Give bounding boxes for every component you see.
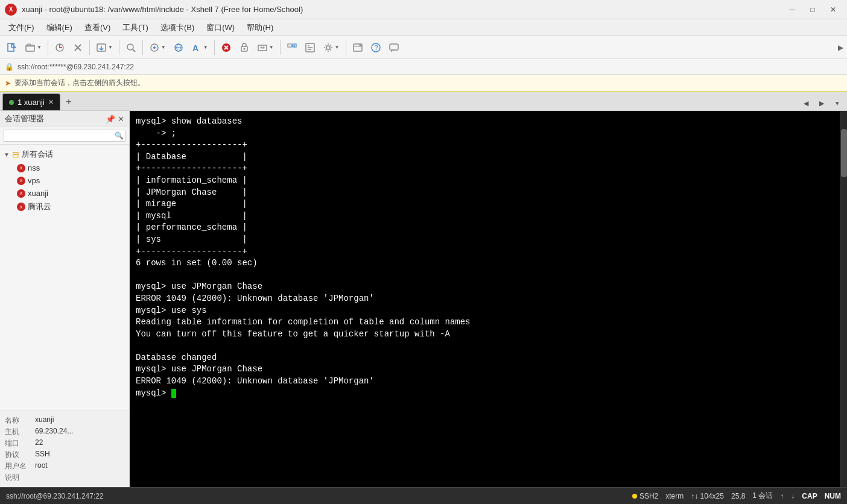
- info-label-username: 用户名: [5, 461, 35, 471]
- menu-tools[interactable]: 工具(T): [116, 20, 154, 36]
- hint-arrow-icon: ➤: [5, 79, 11, 87]
- tab-active-dot: [9, 100, 14, 105]
- status-ssh-address: ssh://root@69.230.241.247:22: [6, 492, 104, 500]
- lock-icon: 🔒: [5, 63, 14, 71]
- info-label-description: 说明: [5, 473, 35, 483]
- tab-label: 1 xuanji: [17, 98, 45, 107]
- content-area: 会话管理器 📌 ✕ 🔍 ▼ ⊟ 所有会话 X nss: [0, 111, 847, 487]
- app-icon: X: [5, 4, 17, 16]
- toolbar-new[interactable]: [4, 39, 21, 56]
- status-arrow-down: ↓: [791, 492, 795, 500]
- sidebar: 会话管理器 📌 ✕ 🔍 ▼ ⊟ 所有会话 X nss: [0, 111, 130, 487]
- nss-session-icon: X: [17, 164, 25, 172]
- minimize-button[interactable]: ─: [783, 2, 801, 17]
- status-cap: CAP: [802, 492, 817, 500]
- sidebar-pin-icon[interactable]: 📌: [106, 115, 115, 124]
- menu-edit[interactable]: 编辑(E): [40, 20, 78, 36]
- toolbar-transfer[interactable]: ▼: [93, 39, 116, 56]
- xuanji-session-icon: X: [17, 189, 25, 198]
- toolbar-help[interactable]: ?: [367, 39, 384, 56]
- info-label-port: 端口: [5, 438, 35, 449]
- toolbar-open[interactable]: ▼: [22, 39, 45, 56]
- status-ssh-dot: [632, 494, 637, 499]
- sidebar-tree: ▼ ⊟ 所有会话 X nss X vps X xuanji X: [0, 145, 129, 411]
- hint-text: 要添加当前会话，点击左侧的箭头按钮。: [14, 78, 145, 88]
- toolbar-sftp[interactable]: [284, 39, 300, 56]
- tabs-nav-next[interactable]: ▶: [814, 96, 829, 110]
- title-bar: X xuanji - root@ubuntu18: /var/www/html/…: [0, 0, 847, 19]
- info-row-name: 名称 xuanji: [5, 415, 124, 426]
- close-button[interactable]: ✕: [824, 2, 842, 17]
- menu-window[interactable]: 窗口(W): [200, 20, 241, 36]
- tab-close-button[interactable]: ✕: [48, 98, 54, 106]
- status-right: SSH2 xterm ↑↓ 104x25 25,8 1 会话 ↑ ↓ CAP N…: [632, 491, 841, 501]
- scrollbar-thumb[interactable]: [841, 129, 847, 177]
- window-title: xuanji - root@ubuntu18: /var/www/html/in…: [22, 5, 783, 14]
- xuanji-label: xuanji: [28, 189, 48, 198]
- tabs-nav: ◀ ▶ ▾: [799, 96, 845, 110]
- toolbar-key[interactable]: ▼: [254, 39, 277, 56]
- toolbar-stop[interactable]: [218, 39, 235, 56]
- toolbar-appearance[interactable]: ▼: [146, 39, 169, 56]
- sidebar-close-icon[interactable]: ✕: [118, 115, 124, 124]
- toolbar-more[interactable]: ▶: [838, 43, 843, 52]
- toolbar-zoom[interactable]: [349, 39, 366, 56]
- sidebar-item-vps[interactable]: X vps: [0, 174, 129, 187]
- toolbar-find[interactable]: [122, 39, 139, 56]
- svg-point-12: [153, 46, 156, 49]
- svg-text:A: A: [192, 43, 198, 53]
- status-arrow-up: ↑: [780, 492, 784, 500]
- ssh-address: ssh://root:******@69.230.241.247:22: [17, 63, 134, 71]
- tab-xuanji[interactable]: 1 xuanji ✕: [2, 93, 60, 110]
- info-row-host: 主机 69.230.24...: [5, 426, 124, 438]
- status-num: NUM: [825, 492, 841, 500]
- menu-file[interactable]: 文件(F): [2, 20, 40, 36]
- status-bar: ssh://root@69.230.241.247:22 SSH2 xterm …: [0, 487, 847, 504]
- info-row-port: 端口 22: [5, 438, 124, 449]
- sidebar-item-tencentcloud[interactable]: X 腾讯云: [0, 200, 129, 214]
- info-panel: 名称 xuanji 主机 69.230.24... 端口 22 协议 SSH 用…: [0, 411, 129, 487]
- sidebar-search-input[interactable]: [4, 130, 125, 142]
- status-size: ↑↓ 104x25: [691, 492, 724, 500]
- toolbar-secure[interactable]: [236, 39, 253, 56]
- search-icon: 🔍: [115, 131, 124, 140]
- svg-text:?: ?: [374, 44, 378, 51]
- tab-add-button[interactable]: +: [60, 93, 77, 110]
- toolbar-globe[interactable]: [170, 39, 187, 56]
- info-row-description: 说明: [5, 472, 124, 484]
- info-row-username: 用户名 root: [5, 461, 124, 472]
- tree-root-all-sessions[interactable]: ▼ ⊟ 所有会话: [0, 147, 129, 162]
- info-value-port: 22: [35, 438, 43, 449]
- tabs-nav-menu[interactable]: ▾: [830, 96, 845, 110]
- menu-view[interactable]: 查看(V): [78, 20, 116, 36]
- all-sessions-folder-icon: ⊟: [12, 150, 19, 159]
- toolbar-font[interactable]: A ▼: [188, 39, 211, 56]
- status-sessions: 1 会话: [752, 491, 773, 501]
- tencentcloud-session-icon: X: [17, 203, 25, 211]
- menu-tabs[interactable]: 选项卡(B): [154, 20, 200, 36]
- sidebar-search-area: 🔍: [0, 127, 129, 145]
- vps-session-icon: X: [17, 177, 25, 185]
- tencentcloud-label: 腾讯云: [28, 201, 51, 212]
- info-label-host: 主机: [5, 427, 35, 437]
- sidebar-item-nss[interactable]: X nss: [0, 162, 129, 174]
- maximize-button[interactable]: □: [804, 2, 822, 17]
- toolbar-reconnect[interactable]: [51, 39, 68, 56]
- menu-help[interactable]: 帮助(H): [241, 20, 279, 36]
- sidebar-item-xuanji[interactable]: X xuanji: [0, 187, 129, 200]
- hint-bar: ➤ 要添加当前会话，点击左侧的箭头按钮。: [0, 75, 847, 92]
- status-ssh2-label: SSH2: [639, 492, 658, 500]
- svg-point-21: [243, 48, 245, 49]
- svg-point-32: [326, 46, 330, 49]
- window-controls: ─ □ ✕: [783, 2, 842, 17]
- toolbar-terminal-edit[interactable]: [302, 39, 319, 56]
- terminal-scrollbar[interactable]: [840, 111, 847, 487]
- toolbar-disconnect[interactable]: [69, 39, 86, 56]
- tabs-nav-prev[interactable]: ◀: [799, 96, 813, 110]
- info-row-protocol: 协议 SSH: [5, 449, 124, 461]
- toolbar-chat[interactable]: [385, 39, 402, 56]
- tabs-area: 1 xuanji ✕ + ◀ ▶ ▾: [0, 92, 847, 111]
- toolbar-settings[interactable]: ▼: [320, 39, 343, 56]
- terminal[interactable]: mysql> show databases -> ; +------------…: [130, 111, 840, 487]
- terminal-cursor: [171, 389, 176, 398]
